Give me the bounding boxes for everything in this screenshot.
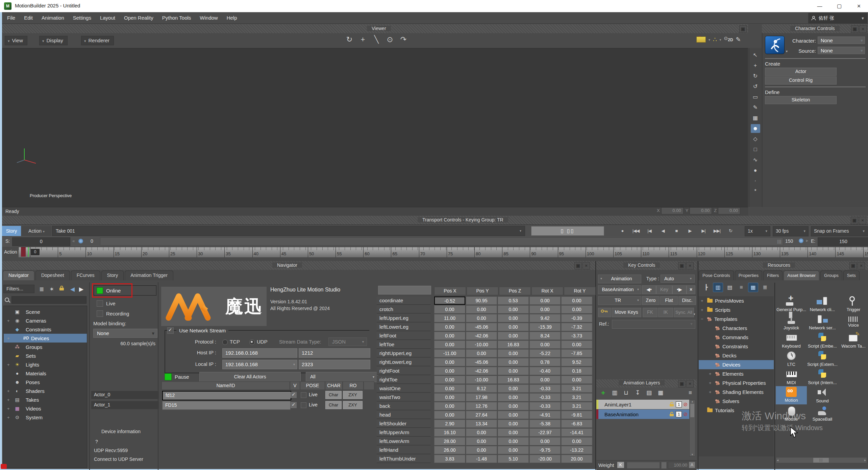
expander-icon[interactable]: − [701,316,705,322]
renderer-menu-button[interactable]: ▾Renderer [81,36,114,45]
maximize-button[interactable]: ▢ [832,0,847,12]
next-key-button[interactable]: •▶ [672,285,687,294]
actor-id-field[interactable]: FD15 [162,401,291,410]
timeline-slider-track[interactable]: ||| [100,237,783,245]
bone-value-cell[interactable]: 0.00 [434,393,465,401]
scroll-right-icon[interactable]: ▸ [864,458,866,462]
zoom-view-icon[interactable]: ⊙ [386,34,394,45]
ruler-tool-icon[interactable]: ▭ [751,93,760,101]
tree-item[interactable]: ▰ Sets [4,351,87,360]
character-tool-icon[interactable]: ☻ [751,124,760,133]
spinner-icon[interactable]: ◃ [72,239,74,243]
character-dropdown[interactable]: None▿ [818,37,865,44]
ref-dropdown[interactable]: ▿ [612,320,695,329]
bone-value-cell[interactable]: 27.64 [466,411,497,419]
weight-value[interactable]: 100.00 [668,462,689,469]
bone-value-cell[interactable]: -42.06 [466,367,497,375]
key-button[interactable]: Key [656,285,672,294]
bone-name[interactable]: crotch [377,305,431,313]
weight-auto-button[interactable]: A [689,462,695,468]
tree-item[interactable]: + I/O Devices [4,334,87,343]
asset-tree-item[interactable]: + Scripts [699,305,774,314]
float-panel-icon[interactable]: ▣ [851,217,858,224]
lock-icon[interactable] [59,286,64,292]
bone-value-cell[interactable]: -22.97 [529,428,561,437]
bone-name[interactable]: leftThumbUnder [377,455,431,463]
bone-value-cell[interactable]: -0.33 [529,393,561,401]
transport-button[interactable]: ▶▶| [710,226,724,236]
bone-value-cell[interactable]: -9.75 [529,446,561,454]
transport-button[interactable]: ◀ [656,226,670,236]
snap-dropdown[interactable]: Snap on Frames▾ [811,226,868,236]
bone-value-cell[interactable]: -9.81 [561,411,592,419]
expander-icon[interactable]: + [7,406,11,411]
bone-name[interactable]: leftHand [377,446,431,454]
measure-ruler-icon[interactable]: ↔ [696,37,706,43]
bone-value-cell[interactable]: -20.00 [529,455,561,463]
bone-name[interactable]: waistOne [377,384,431,393]
bone-value-cell[interactable]: -0.33 [529,384,561,393]
source-dropdown[interactable]: None▿ [818,47,865,54]
pan-view-icon[interactable]: + [358,34,367,45]
bone-value-cell[interactable]: 0.00 [561,305,592,313]
live-checkbox[interactable] [301,392,306,398]
duplicate-layer-icon[interactable]: ▥ [611,389,619,397]
asset-item[interactable]: Script (Extern... [807,350,838,368]
bone-value-cell[interactable]: 16.10 [434,428,465,437]
asset-item[interactable]: Network cli... [807,295,838,313]
bone-value-cell[interactable]: 0.00 [434,376,465,384]
lasso-draw-icon[interactable]: ✎ [736,36,741,43]
tcp-radio[interactable] [222,339,228,345]
bone-value-cell[interactable]: 0.00 [561,437,592,445]
bone-value-cell[interactable]: 0.00 [498,428,529,437]
display-menu-button[interactable]: ▾Display [39,36,68,45]
bone-value-cell[interactable]: 5.10 [498,455,529,463]
bone-value-cell[interactable]: 0.00 [498,332,529,340]
animation-dropdown[interactable]: ▾Animation [598,275,641,283]
float-panel-icon[interactable]: ▣ [678,262,686,269]
solo-icon[interactable]: 1 [676,411,682,417]
arc-rotate-view-icon[interactable]: ↷ [399,34,408,45]
sync-all-button[interactable]: Sync. All [674,308,694,317]
playhead-line[interactable] [28,247,29,257]
playhead-frame-field[interactable]: 0 [30,249,40,256]
start-frame-field[interactable]: 0 [12,237,70,246]
asset-item[interactable]: LTC [776,350,807,368]
keying-group-dropdown[interactable]: TR▾ [598,296,641,305]
type-dropdown[interactable]: Auto▾ [661,275,695,283]
lock-icon[interactable] [670,412,674,417]
list-view-icon[interactable]: ≡ [737,283,746,292]
move-keys-button[interactable]: Move Keys [612,308,641,317]
transport-button[interactable]: |◀ [643,226,656,236]
asset-tree-item[interactable]: + Elements [699,369,774,378]
transport-button[interactable]: ■ [670,226,683,236]
bone-name[interactable]: rightLowerLeg [377,358,431,366]
zero-button[interactable]: Zero [642,296,660,305]
bone-value-cell[interactable]: 3.21 [561,384,592,393]
bone-value-cell[interactable]: 11.00 [434,314,465,322]
bone-value-cell[interactable]: -42.06 [466,332,497,340]
create-actor-button[interactable]: Actor [765,68,837,76]
expander-icon[interactable]: + [701,307,705,312]
grid-column-header[interactable]: Rot Y [564,287,596,295]
asset-tree-item[interactable]: Characters [699,324,774,333]
bone-name[interactable]: coordinate [377,297,431,305]
menu-item[interactable]: Window [195,12,222,24]
bone-value-cell[interactable]: 0.00 [498,349,529,357]
merge-layer-icon[interactable]: ↧ [634,389,642,397]
dolly-view-icon[interactable]: ╲ [372,34,381,45]
bone-value-cell[interactable]: 0.00 [529,376,561,384]
bone-value-cell[interactable]: -11.00 [434,349,465,357]
bone-value-cell[interactable]: 0.00 [434,367,465,375]
asset-item[interactable]: MIDI [776,368,807,386]
transport-button[interactable]: ● [616,226,629,236]
actor-label[interactable]: Actor_1 [91,401,159,409]
key-icon-button[interactable] [598,308,611,317]
weight-key-button[interactable]: K [617,462,624,468]
fk-button[interactable]: FK [643,308,658,317]
bone-value-cell[interactable]: 0.00 [498,384,529,393]
use-network-stream-checkbox[interactable] [167,327,174,334]
bone-value-cell[interactable]: -0.52 [434,297,465,305]
bone-value-cell[interactable]: 0.00 [434,332,465,340]
menu-item[interactable]: Open Reality [120,12,158,24]
